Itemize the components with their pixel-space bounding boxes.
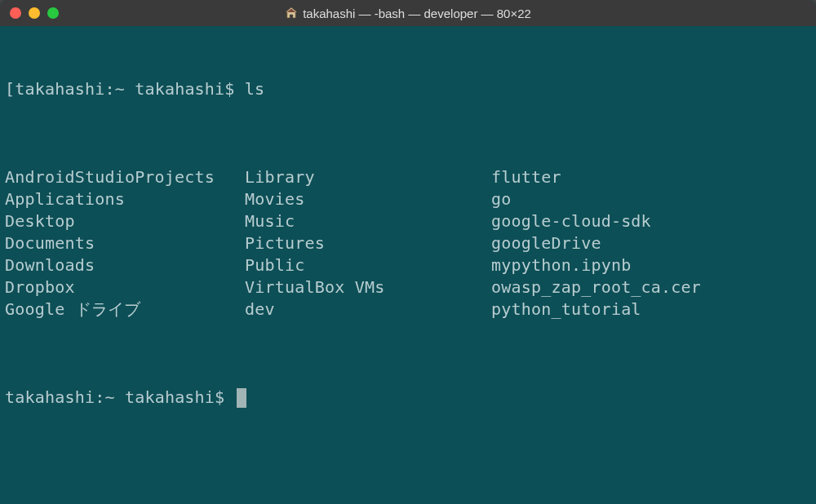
list-item: Desktop bbox=[5, 210, 245, 232]
prompt-host: takahashi bbox=[5, 387, 95, 409]
list-item: mypython.ipynb bbox=[491, 254, 811, 276]
prompt-line-2: takahashi:~ takahashi$ bbox=[5, 387, 811, 409]
terminal-window: takahashi — -bash — developer — 80×22 [t… bbox=[0, 0, 816, 504]
list-item: Documents bbox=[5, 232, 245, 254]
terminal-body[interactable]: [takahashi:~ takahashi$ ls AndroidStudio… bbox=[0, 26, 816, 504]
list-item: Downloads bbox=[5, 254, 245, 276]
ls-column-1: AndroidStudioProjects Applications Deskt… bbox=[5, 166, 245, 321]
list-item: Google ドライブ bbox=[5, 298, 245, 321]
list-item: googleDrive bbox=[491, 232, 811, 254]
list-item: Dropbox bbox=[5, 276, 245, 298]
window-title: takahashi — -bash — developer — 80×22 bbox=[303, 7, 531, 20]
titlebar[interactable]: takahashi — -bash — developer — 80×22 bbox=[0, 0, 816, 26]
list-item: dev bbox=[245, 298, 491, 321]
list-item: flutter bbox=[491, 166, 811, 188]
ls-output: AndroidStudioProjects Applications Deskt… bbox=[5, 166, 811, 321]
command: ls bbox=[245, 78, 264, 100]
prompt-path: ~ bbox=[115, 78, 125, 100]
cursor[interactable] bbox=[237, 388, 246, 408]
list-item: python_tutorial bbox=[491, 298, 811, 321]
ls-column-2: Library Movies Music Pictures Public Vir… bbox=[245, 166, 491, 321]
list-item: google-cloud-sdk bbox=[491, 210, 811, 232]
list-item: Music bbox=[245, 210, 491, 232]
list-item: Pictures bbox=[245, 232, 491, 254]
ls-column-3: flutter go google-cloud-sdk googleDrive … bbox=[491, 166, 811, 321]
prompt-line-1: [takahashi:~ takahashi$ ls bbox=[5, 78, 811, 100]
list-item: VirtualBox VMs bbox=[245, 276, 491, 298]
prompt-user: takahashi bbox=[125, 387, 215, 409]
prompt-path: ~ bbox=[104, 387, 114, 409]
list-item: Public bbox=[245, 254, 491, 276]
list-item: Movies bbox=[245, 188, 491, 210]
home-icon bbox=[285, 7, 298, 20]
prompt-user: takahashi bbox=[135, 78, 224, 100]
window-controls bbox=[10, 7, 59, 19]
title: takahashi — -bash — developer — 80×22 bbox=[0, 7, 816, 20]
close-button[interactable] bbox=[10, 7, 21, 19]
list-item: AndroidStudioProjects bbox=[5, 166, 245, 188]
list-item: owasp_zap_root_ca.cer bbox=[491, 276, 811, 298]
minimize-button[interactable] bbox=[29, 7, 40, 19]
zoom-button[interactable] bbox=[47, 7, 59, 19]
prompt-host: takahashi bbox=[15, 78, 104, 100]
list-item: go bbox=[491, 188, 811, 210]
list-item: Applications bbox=[5, 188, 245, 210]
prompt-dollar: $ bbox=[215, 387, 224, 409]
list-item: Library bbox=[245, 166, 491, 188]
prompt-dollar: $ bbox=[224, 78, 234, 100]
